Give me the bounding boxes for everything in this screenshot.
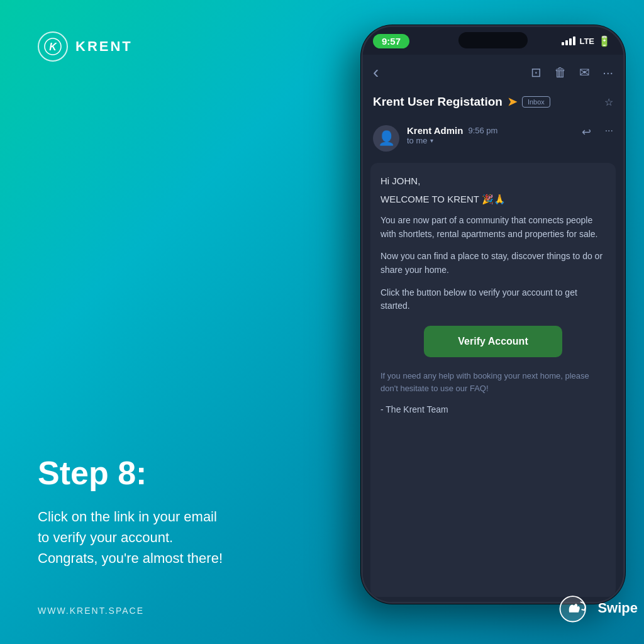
back-button[interactable]: ‹ <box>373 62 379 82</box>
inbox-badge: Inbox <box>522 96 550 108</box>
step-content: Step 8: Click on the link in your emailt… <box>38 455 258 569</box>
email-subject: Krent User Registation <box>373 95 502 109</box>
mail-icon[interactable]: ✉ <box>579 65 590 80</box>
step-heading: Step 8: <box>38 455 258 491</box>
star-icon[interactable]: ☆ <box>604 96 613 108</box>
swipe-area: Swipe <box>557 591 638 625</box>
email-welcome: WELCOME TO KRENT 🎉🙏 <box>380 194 606 205</box>
phone-device: 9:57 LTE 🔋 ‹ <box>361 25 625 604</box>
toolbar-right-icons: ⊡ 🗑 ✉ ··· <box>531 65 613 80</box>
download-icon[interactable]: ⊡ <box>531 65 541 80</box>
to-row[interactable]: to me ▾ <box>407 136 574 145</box>
email-toolbar: ‹ ⊡ 🗑 ✉ ··· <box>363 55 623 90</box>
to-label: to me <box>407 136 428 145</box>
to-chevron: ▾ <box>430 137 433 144</box>
krent-logo-icon: K <box>43 37 62 56</box>
email-header: Krent User Registation ➤ Inbox ☆ <box>363 90 623 119</box>
email-body: Hi JOHN, WELCOME TO KRENT 🎉🙏 You are now… <box>370 163 616 597</box>
phone-wrapper: 9:57 LTE 🔋 ‹ <box>330 25 644 644</box>
sender-row: 👤 Krent Admin 9:56 pm to me ▾ ↩ ··· <box>363 119 623 158</box>
email-greeting: Hi JOHN, <box>380 175 606 186</box>
website-url: WWW.KRENT.SPACE <box>38 606 144 616</box>
battery-icon: 🔋 <box>598 35 611 47</box>
status-time: 9:57 <box>373 34 409 48</box>
email-more-icon[interactable]: ··· <box>605 125 613 136</box>
reply-icon[interactable]: ↩ <box>582 125 591 139</box>
boomerang-icon: ➤ <box>508 95 517 109</box>
delete-icon[interactable]: 🗑 <box>554 65 567 80</box>
more-icon[interactable]: ··· <box>602 65 613 80</box>
verify-account-button[interactable]: Verify Account <box>424 326 562 357</box>
signal-bar-2 <box>565 40 568 45</box>
signal-bar-1 <box>562 42 564 45</box>
email-paragraph-1: You are now part of a community that con… <box>380 214 606 241</box>
dynamic-island <box>458 32 528 48</box>
email-subject-row: Krent User Registation ➤ Inbox ☆ <box>373 95 613 109</box>
sender-name: Krent Admin <box>407 125 463 136</box>
swipe-label: Swipe <box>597 600 638 616</box>
signal-bar-3 <box>569 38 572 45</box>
status-bar: 9:57 LTE 🔋 <box>363 27 623 55</box>
main-background: K KRENT Step 8: Click on the link in you… <box>0 0 644 644</box>
sender-info: Krent Admin 9:56 pm to me ▾ <box>407 125 574 145</box>
swipe-hand-icon <box>557 591 591 625</box>
email-client: ‹ ⊡ 🗑 ✉ ··· Krent User Registation ➤ Inb… <box>363 55 623 602</box>
step-description: Click on the link in your emailto verify… <box>38 506 258 569</box>
signal-type: LTE <box>579 36 594 46</box>
email-paragraph-2: Now you can find a place to stay, discov… <box>380 250 606 277</box>
email-signature: - The Krent Team <box>380 404 606 414</box>
left-panel: K KRENT Step 8: Click on the link in you… <box>0 0 289 644</box>
sender-avatar: 👤 <box>373 125 399 152</box>
svg-text:K: K <box>49 42 57 52</box>
sender-name-row: Krent Admin 9:56 pm <box>407 125 574 136</box>
status-right: LTE 🔋 <box>562 35 611 47</box>
sender-time: 9:56 pm <box>468 126 497 135</box>
signal-bar-4 <box>573 36 575 45</box>
signal-bars <box>562 36 575 45</box>
avatar-person-icon: 👤 <box>378 130 395 147</box>
logo-area: K KRENT <box>38 31 258 62</box>
email-footer: If you need any help with booking your n… <box>380 370 606 394</box>
logo-circle: K <box>38 31 68 62</box>
brand-name: KRENT <box>75 38 133 55</box>
email-paragraph-3: Click the button below to verify your ac… <box>380 286 606 313</box>
